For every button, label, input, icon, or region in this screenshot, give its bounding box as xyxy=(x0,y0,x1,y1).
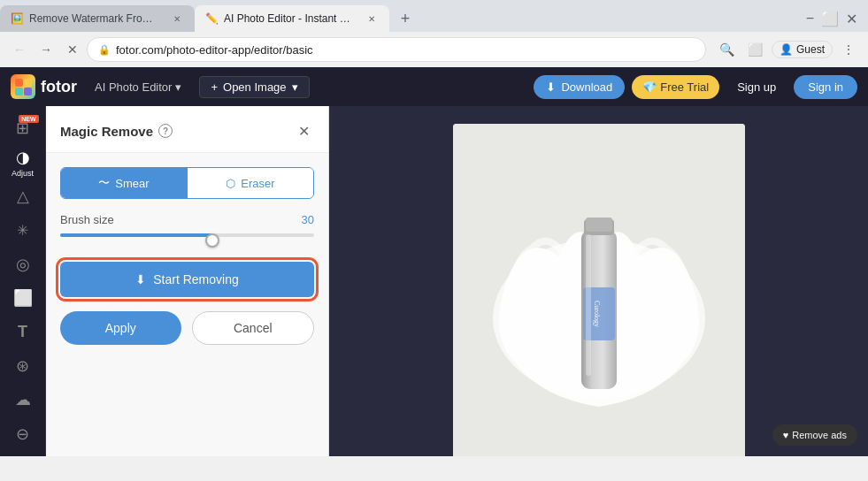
sidebar-item-overlay[interactable]: ☁ xyxy=(5,385,41,415)
free-trial-gem-icon: 💎 xyxy=(642,80,657,94)
smear-icon: 〜 xyxy=(98,175,110,191)
signup-button[interactable]: Sign up xyxy=(726,75,787,99)
eraser-icon: ⬡ xyxy=(226,177,235,190)
reload-button[interactable]: ✕ xyxy=(60,37,85,62)
tab-inactive[interactable]: 🖼️ Remove Watermark From Photo ✕ xyxy=(0,5,195,32)
text-icon: T xyxy=(18,323,27,341)
tab1-favicon: 🖼️ xyxy=(11,12,24,25)
new-tab-button[interactable]: + xyxy=(393,6,418,31)
signup-label: Sign up xyxy=(737,80,776,94)
eraser-tab[interactable]: ⬡ Eraser xyxy=(188,168,313,198)
slider-fill xyxy=(60,233,212,237)
lock-icon: 🔒 xyxy=(98,44,111,56)
browser-menu-icon[interactable]: ⋮ xyxy=(836,37,861,62)
remove-ads-label: Remove ads xyxy=(792,430,847,440)
slider-thumb[interactable] xyxy=(205,233,219,248)
free-trial-button[interactable]: 💎 Free Trial xyxy=(632,75,719,99)
open-image-button[interactable]: + Open Image ▾ xyxy=(199,76,309,98)
free-trial-label: Free Trial xyxy=(660,80,709,94)
shape-icon: △ xyxy=(17,187,29,206)
brush-size-section: Brush size 30 xyxy=(60,213,314,248)
download-icon: ⬇ xyxy=(546,80,556,94)
tab2-title: AI Photo Editor - AI Photo Editor - Inst… xyxy=(224,12,356,25)
brush-size-value: 30 xyxy=(302,213,314,226)
svg-rect-2 xyxy=(15,88,23,95)
cancel-button[interactable]: Cancel xyxy=(192,311,315,345)
browser-controls-bar: ← → ✕ 🔒 fotor.com/photo-editor-app/edito… xyxy=(0,32,868,67)
open-image-dropdown-icon: ▾ xyxy=(292,80,298,94)
sidebar-item-frame[interactable]: ⬜ xyxy=(5,283,41,313)
start-removing-label: Start Removing xyxy=(153,272,238,286)
adjust-icon: ◑ xyxy=(16,148,30,167)
profile-button[interactable]: 👤 Guest xyxy=(772,41,833,58)
signin-button[interactable]: Sign in xyxy=(794,75,857,99)
brush-size-slider[interactable] xyxy=(60,233,314,248)
image-preview: Curology xyxy=(453,124,745,456)
panel-close-button[interactable]: ✕ xyxy=(293,120,314,141)
download-label: Download xyxy=(561,80,612,94)
brush-size-label: Brush size xyxy=(60,213,114,226)
forward-button[interactable]: → xyxy=(34,37,58,62)
start-removing-button[interactable]: ⬇ Start Removing xyxy=(60,262,314,297)
sidebar-item-retouch[interactable]: ◎ xyxy=(5,249,41,279)
svg-rect-3 xyxy=(24,88,32,95)
sidebar-item-shape[interactable]: △ xyxy=(5,181,41,211)
search-icon[interactable]: 🔍 xyxy=(715,37,740,62)
back-button[interactable]: ← xyxy=(7,37,32,62)
eraser-label: Eraser xyxy=(241,177,274,190)
app-body: ⊞ NEW ◑ Adjust △ ✳ ◎ ⬜ T ⊛ xyxy=(0,106,868,456)
split-screen-icon[interactable]: ⬜ xyxy=(743,37,768,62)
open-image-label: Open Image xyxy=(223,80,287,94)
ai-photo-editor-button[interactable]: AI Photo Editor ▾ xyxy=(88,77,188,97)
svg-rect-12 xyxy=(586,234,591,376)
sticker-icon: ⊛ xyxy=(16,356,29,376)
download-button[interactable]: ⬇ Download xyxy=(534,75,625,99)
overlay-icon: ☁ xyxy=(15,390,31,409)
sidebar-item-more[interactable]: ⊖ xyxy=(5,419,41,449)
left-sidebar: ⊞ NEW ◑ Adjust △ ✳ ◎ ⬜ T ⊛ xyxy=(0,106,46,456)
svg-rect-1 xyxy=(24,79,32,87)
start-removing-icon: ⬇ xyxy=(135,272,146,286)
tab1-close[interactable]: ✕ xyxy=(170,11,184,26)
sidebar-item-grid[interactable]: ⊞ NEW xyxy=(5,113,41,143)
open-image-plus-icon: + xyxy=(211,80,218,94)
remove-ads-button[interactable]: ♥ Remove ads xyxy=(772,424,857,446)
smear-tab[interactable]: 〜 Smear xyxy=(61,168,188,198)
sidebar-item-adjust[interactable]: ◑ Adjust xyxy=(5,147,41,177)
retouch-icon: ◎ xyxy=(16,255,30,274)
svg-text:Curology: Curology xyxy=(593,301,601,327)
header-right: ⬇ Download 💎 Free Trial Sign up Sign in xyxy=(534,75,857,99)
app-logo: fotor xyxy=(11,74,77,99)
brush-size-row: Brush size 30 xyxy=(60,213,314,226)
tab-active[interactable]: ✏️ AI Photo Editor - AI Photo Editor - I… xyxy=(195,5,389,32)
tab-bar: 🖼️ Remove Watermark From Photo ✕ ✏️ AI P… xyxy=(0,0,868,32)
sidebar-item-adjust-label: Adjust xyxy=(12,169,34,178)
address-bar[interactable]: 🔒 fotor.com/photo-editor-app/editor/basi… xyxy=(87,37,706,62)
tab2-close[interactable]: ✕ xyxy=(365,11,379,26)
sidebar-item-effects[interactable]: ✳ xyxy=(5,215,41,245)
sidebar-item-sticker[interactable]: ⊛ xyxy=(5,351,41,381)
canvas-main: Curology xyxy=(329,106,868,456)
window-minimize-icon[interactable]: − xyxy=(806,11,814,27)
sidebar-item-text[interactable]: T xyxy=(5,317,41,347)
panel-title: Magic Remove ? xyxy=(60,124,173,139)
tab1-title: Remove Watermark From Photo xyxy=(29,12,161,25)
frame-icon: ⬜ xyxy=(13,288,33,308)
panel-title-text: Magic Remove xyxy=(60,124,153,139)
window-restore-icon[interactable]: ⬜ xyxy=(821,11,839,27)
svg-rect-9 xyxy=(586,218,612,232)
new-badge: NEW xyxy=(19,115,38,123)
app-header: fotor AI Photo Editor ▾ + Open Image ▾ ⬇… xyxy=(0,67,868,106)
tab2-favicon: ✏️ xyxy=(205,12,219,25)
logo-text: fotor xyxy=(41,78,77,96)
tool-tabs: 〜 Smear ⬡ Eraser xyxy=(60,167,314,199)
smear-label: Smear xyxy=(115,177,149,190)
window-close-icon[interactable]: ✕ xyxy=(846,11,857,27)
info-icon[interactable]: ? xyxy=(158,124,173,138)
browser-menu-buttons: 🔍 ⬜ 👤 Guest ⋮ xyxy=(715,37,861,62)
apply-button[interactable]: Apply xyxy=(60,311,181,345)
heart-icon: ♥ xyxy=(783,430,789,440)
profile-icon: 👤 xyxy=(780,43,793,56)
panel-header: Magic Remove ? ✕ xyxy=(46,106,328,153)
signin-label: Sign in xyxy=(808,80,843,94)
